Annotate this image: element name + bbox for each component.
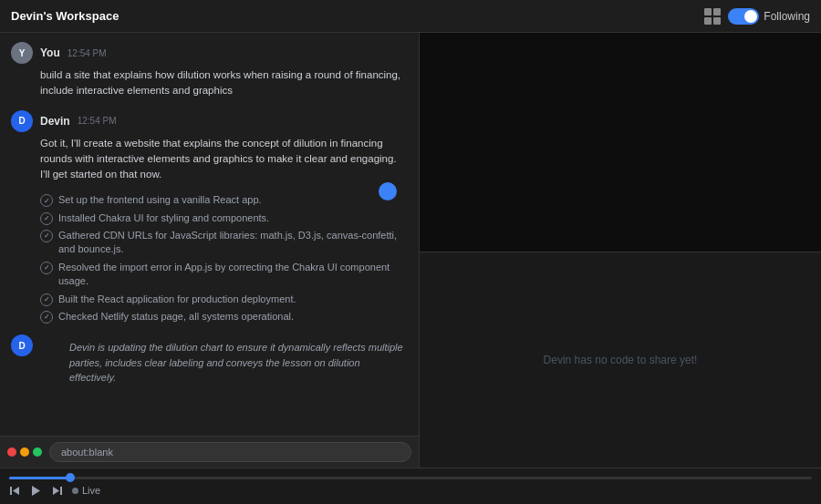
browser-viewport — [420, 33, 821, 252]
step-back-button[interactable] — [9, 485, 21, 497]
live-indicator: Live — [72, 485, 100, 496]
devin-sender-name: Devin — [40, 115, 70, 128]
task-item-5: Built the React application for producti… — [40, 293, 408, 306]
right-panel: Devin has no code to share yet! — [420, 33, 821, 468]
progress-bar-container[interactable] — [9, 477, 812, 479]
devin-message-time: 12:54 PM — [78, 116, 117, 126]
main-layout: Y You 12:54 PM build a site that explain… — [0, 33, 821, 468]
task-label-4: Resolved the import error in App.js by c… — [58, 261, 408, 289]
no-code-text: Devin has no code to share yet! — [544, 354, 698, 366]
task-item-6: Checked Netlify status page, all systems… — [40, 310, 408, 324]
task-check-1 — [40, 194, 53, 207]
devin-updating-avatar: D — [11, 334, 33, 356]
svg-rect-0 — [10, 487, 12, 495]
following-toggle[interactable] — [728, 8, 759, 25]
playback-controls: Live — [9, 485, 812, 497]
user-sender-name: You — [40, 46, 60, 59]
task-item-4: Resolved the import error in App.js by c… — [40, 261, 408, 289]
bottom-bar: Live — [0, 468, 821, 504]
live-label: Live — [82, 485, 100, 496]
task-label-3: Gathered CDN URLs for JavaScript librari… — [58, 229, 408, 257]
task-label-2: Installed Chakra UI for styling and comp… — [58, 211, 269, 225]
task-item-3: Gathered CDN URLs for JavaScript librari… — [40, 229, 408, 257]
browser-bar — [0, 436, 419, 468]
task-check-5 — [40, 293, 53, 306]
header: Devin's Workspace Following — [0, 0, 821, 33]
user-message: Y You 12:54 PM build a site that explain… — [11, 42, 408, 99]
traffic-light-red[interactable] — [7, 447, 16, 457]
devin-avatar: D — [11, 110, 33, 132]
left-panel: Y You 12:54 PM build a site that explain… — [0, 33, 420, 468]
task-check-2 — [40, 212, 53, 225]
devin-message-header: D Devin 12:54 PM — [11, 110, 408, 132]
code-panel: Devin has no code to share yet! — [420, 252, 821, 468]
task-label-1: Set up the frontend using a vanilla Reac… — [58, 193, 262, 207]
play-button[interactable] — [30, 485, 42, 497]
devin-message-body: Got it, I'll create a website that expla… — [40, 136, 408, 183]
step-forward-button[interactable] — [51, 485, 63, 497]
task-check-6 — [40, 311, 53, 324]
user-message-header: Y You 12:54 PM — [11, 42, 408, 64]
svg-marker-2 — [32, 486, 40, 496]
grid-icon[interactable] — [704, 8, 721, 25]
following-toggle-container: Following — [728, 8, 810, 25]
following-label: Following — [764, 10, 810, 23]
user-avatar: Y — [11, 42, 33, 64]
live-dot — [72, 488, 78, 494]
chat-area[interactable]: Y You 12:54 PM build a site that explain… — [0, 33, 419, 436]
progress-knob[interactable] — [66, 473, 75, 482]
task-label-5: Built the React application for producti… — [58, 293, 296, 306]
task-item-1: Set up the frontend using a vanilla Reac… — [40, 193, 408, 207]
user-message-body: build a site that explains how dilution … — [40, 67, 408, 99]
progress-bar-fill — [9, 477, 73, 479]
svg-marker-1 — [13, 487, 19, 495]
svg-rect-4 — [60, 487, 62, 495]
task-check-3 — [40, 230, 53, 242]
traffic-light-green[interactable] — [33, 447, 42, 457]
task-item-2: Installed Chakra UI for styling and comp… — [40, 211, 408, 225]
svg-marker-3 — [53, 487, 59, 495]
header-controls: Following — [704, 8, 810, 25]
user-message-time: 12:54 PM — [68, 48, 107, 58]
traffic-lights — [7, 447, 42, 457]
workspace-title: Devin's Workspace — [11, 9, 119, 23]
devin-updating-row: D Devin is updating the dilution chart t… — [11, 333, 408, 386]
devin-message: D Devin 12:54 PM Got it, I'll create a w… — [11, 110, 408, 183]
task-label-6: Checked Netlify status page, all systems… — [58, 310, 294, 324]
url-bar[interactable] — [49, 442, 411, 462]
devin-updating-message: Devin is updating the dilution chart to … — [69, 340, 408, 386]
task-check-4 — [40, 262, 53, 274]
task-list: Set up the frontend using a vanilla Reac… — [40, 193, 408, 324]
traffic-light-yellow[interactable] — [20, 447, 29, 457]
